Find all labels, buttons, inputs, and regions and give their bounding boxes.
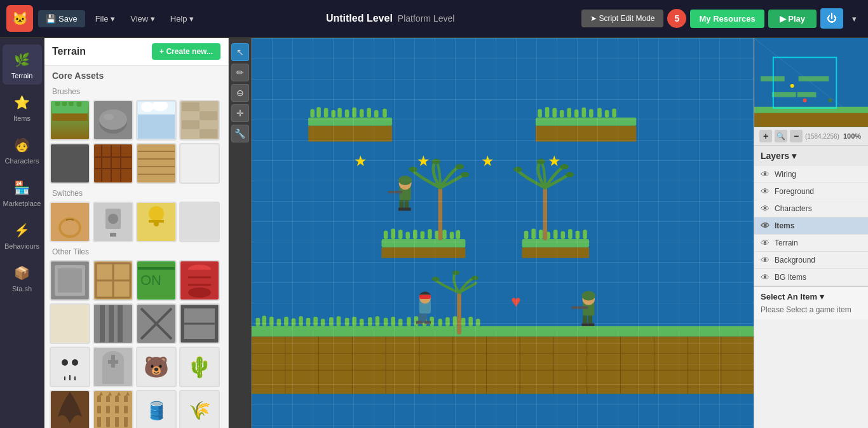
svg-rect-115 xyxy=(612,109,616,118)
layer-items[interactable]: 👁 Items xyxy=(754,217,868,235)
settings-tool[interactable]: 🔧 xyxy=(231,125,249,142)
script-edit-button[interactable]: ➤ Script Edit Mode xyxy=(581,10,663,27)
svg-point-62 xyxy=(62,359,68,366)
svg-rect-198 xyxy=(400,200,404,209)
tile-frame[interactable] xyxy=(179,303,220,344)
svg-rect-236 xyxy=(761,76,785,81)
tile-grass[interactable] xyxy=(50,100,90,141)
tile-barrel[interactable] xyxy=(179,260,220,301)
tile-fence[interactable] xyxy=(93,390,133,428)
tile-cactus[interactable]: 🌵 xyxy=(179,347,220,387)
save-icon: 💾 xyxy=(46,14,56,24)
tile-mechanism[interactable] xyxy=(93,202,133,242)
tile-cross[interactable] xyxy=(136,303,177,344)
tile-white[interactable] xyxy=(179,143,220,184)
tile-crate[interactable] xyxy=(93,260,133,301)
move-tool[interactable]: ✛ xyxy=(231,104,249,122)
select-tool[interactable]: ↖ xyxy=(231,43,249,61)
tile-bag[interactable] xyxy=(50,202,90,242)
tile-roots[interactable] xyxy=(50,390,90,428)
eraser-tool[interactable]: ⊖ xyxy=(231,84,249,102)
tile-wood[interactable] xyxy=(136,143,177,184)
tile-brown[interactable] xyxy=(93,143,133,184)
sidebar-item-characters[interactable]: 🧑 Characters xyxy=(3,130,42,170)
svg-rect-161 xyxy=(368,317,372,326)
zoom-minus[interactable]: − xyxy=(790,130,803,142)
canvas-area[interactable]: ★ ★ ★ ★ xyxy=(252,38,754,428)
svg-point-205 xyxy=(456,164,464,169)
tile-skull[interactable] xyxy=(50,347,90,387)
layer-characters[interactable]: 👁 Characters xyxy=(754,200,868,217)
layers-header[interactable]: Layers ▾ xyxy=(754,146,868,166)
tile-bolt[interactable] xyxy=(93,303,133,344)
save-button[interactable]: 💾 Save xyxy=(38,10,85,27)
assets-scroll[interactable]: Brushes Switches Other Tiles xyxy=(44,83,228,428)
tile-stone[interactable] xyxy=(179,100,220,141)
svg-rect-229 xyxy=(588,315,592,324)
svg-marker-78 xyxy=(126,392,130,396)
svg-rect-2 xyxy=(55,102,60,106)
layer-wiring[interactable]: 👁 Wiring xyxy=(754,166,868,183)
svg-rect-133 xyxy=(382,247,466,258)
tile-empty[interactable] xyxy=(179,202,220,242)
svg-rect-125 xyxy=(405,231,410,239)
svg-point-31 xyxy=(61,220,79,235)
select-item-header[interactable]: Select An Item ▾ xyxy=(761,292,862,301)
svg-rect-107 xyxy=(552,108,557,118)
zoom-plus[interactable]: + xyxy=(759,130,772,142)
tile-gravestone[interactable] xyxy=(93,347,133,387)
svg-rect-164 xyxy=(391,317,395,326)
app-logo[interactable]: 🐱 xyxy=(6,5,33,32)
svg-point-63 xyxy=(72,359,78,366)
layer-foreground[interactable]: 👁 Foreground xyxy=(754,183,868,200)
palm-tree-right xyxy=(513,159,574,240)
sidebar-item-behaviours[interactable]: ⚡ Behaviours xyxy=(3,215,42,255)
svg-rect-151 xyxy=(292,319,296,326)
tile-green[interactable]: ON xyxy=(136,260,177,301)
minimap[interactable] xyxy=(754,38,868,127)
tile-dark[interactable] xyxy=(50,143,90,184)
svg-rect-158 xyxy=(345,318,349,326)
svg-text:★: ★ xyxy=(548,153,561,169)
svg-rect-74 xyxy=(124,396,128,427)
notification-badge[interactable]: 5 xyxy=(667,9,686,28)
svg-rect-101 xyxy=(374,110,379,118)
view-menu[interactable]: View ▾ xyxy=(125,10,160,27)
tile-barrel2[interactable]: 🛢️ xyxy=(136,390,177,428)
dropdown-button[interactable]: ▾ xyxy=(847,10,862,27)
layer-bg-items[interactable]: 👁 BG Items xyxy=(754,269,868,286)
svg-rect-98 xyxy=(352,107,356,118)
zoom-search[interactable]: 🔍 xyxy=(775,130,787,142)
file-menu[interactable]: File ▾ xyxy=(90,10,121,27)
layer-terrain[interactable]: 👁 Terrain xyxy=(754,235,868,252)
tile-rock[interactable] xyxy=(93,100,133,141)
svg-rect-20 xyxy=(111,145,112,182)
svg-rect-124 xyxy=(398,230,403,239)
zoom-level: 100% xyxy=(843,132,861,140)
create-new-button[interactable]: + Create new... xyxy=(152,43,220,60)
svg-rect-105 xyxy=(538,109,542,117)
my-resources-button[interactable]: My Resources xyxy=(690,10,764,28)
pencil-tool[interactable]: ✏ xyxy=(231,64,249,81)
tile-bell[interactable] xyxy=(136,202,177,242)
tile-light[interactable] xyxy=(50,303,90,344)
svg-rect-24 xyxy=(138,145,175,182)
layer-background[interactable]: 👁 Background xyxy=(754,252,868,269)
help-menu[interactable]: Help ▾ xyxy=(165,10,199,27)
svg-rect-97 xyxy=(345,109,349,117)
sidebar-item-stash[interactable]: 📦 Sta.sh xyxy=(3,258,42,298)
play-button[interactable]: ▶ Play xyxy=(768,10,817,28)
sidebar-item-marketplace[interactable]: 🏪 Marketplace xyxy=(3,172,42,212)
tile-hay[interactable]: 🌾 xyxy=(179,390,220,428)
sidebar-item-terrain[interactable]: 🌿 Terrain xyxy=(3,45,42,85)
svg-rect-157 xyxy=(337,316,341,326)
svg-rect-218 xyxy=(424,321,431,324)
svg-rect-23 xyxy=(95,168,132,169)
tile-bear[interactable]: 🐻 xyxy=(136,347,177,387)
sidebar-item-items[interactable]: ⭐ Items xyxy=(3,87,42,127)
switches-label: Switches xyxy=(50,185,223,200)
power-button[interactable]: ⏻ xyxy=(820,8,843,29)
tile-snow[interactable] xyxy=(136,100,177,141)
tile-metal[interactable] xyxy=(50,260,90,301)
svg-point-33 xyxy=(108,214,118,224)
